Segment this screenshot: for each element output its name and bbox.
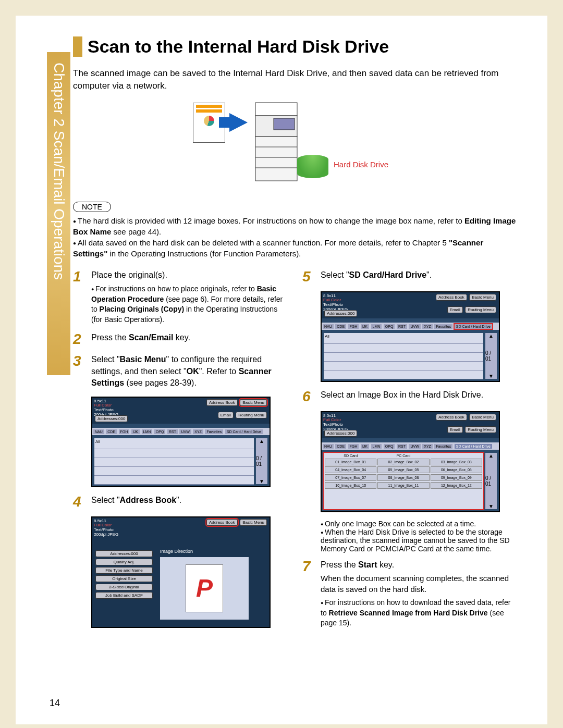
note-bullet: When the Hard Disk Drive is selected to … — [321, 528, 516, 553]
tab[interactable]: UVW — [179, 429, 191, 434]
routing-menu-button[interactable]: Routing Menu — [465, 306, 496, 313]
basic-menu-button[interactable]: Basic Menu — [469, 414, 496, 421]
step-5: 5 Select "SD Card/Hard Drive". — [302, 269, 516, 284]
menu-item[interactable]: Addresses:000 — [95, 550, 153, 557]
hard-disk-label: Hard Disk Drive — [334, 160, 388, 169]
screenshot-sd-tab: 8.5x11 Full Color Text/Photo 200dpi JPEG… — [321, 291, 500, 382]
note-list: The hard disk is provided with 12 image … — [73, 215, 516, 259]
right-column: 5 Select "SD Card/Hard Drive". 8.5x11 Fu… — [302, 269, 516, 636]
addresses-count: Addresses:000 — [324, 310, 357, 317]
image-box[interactable]: 09_Image_Box_09 — [431, 474, 482, 481]
sd-hard-drive-tab[interactable]: SD Card / Hard Drive — [455, 324, 492, 329]
address-book-button[interactable]: Address Book — [206, 519, 238, 526]
tab[interactable]: CDE — [106, 429, 117, 434]
list-area: All — [324, 333, 483, 379]
email-button[interactable]: Email — [447, 306, 463, 313]
screenshot-address-book: 8.5x11 Full Color Text/Photo 200dpi JPEG… — [91, 516, 271, 628]
tab[interactable]: LMN — [142, 429, 153, 434]
scroll-up-icon[interactable]: ▲ — [488, 453, 494, 459]
menu-item[interactable]: Quality Adj. — [95, 559, 153, 565]
menu-item[interactable]: Original Size — [95, 575, 153, 582]
scrollbar[interactable]: ▲ 0 / 01 ▼ — [485, 453, 497, 509]
page-title: Scan to the Internal Hard Disk Drive — [73, 36, 516, 57]
step-2: 2 Press the Scan/Email key. — [73, 332, 287, 347]
routing-menu-button[interactable]: Routing Menu — [465, 426, 496, 433]
sd-hard-drive-tab[interactable]: SD Card / Hard Drive — [225, 429, 263, 434]
arrow-icon — [229, 113, 248, 132]
image-box[interactable]: 07_Image_Box_07 — [325, 474, 376, 481]
step-num: 2 — [73, 332, 91, 347]
chapter-tab: Chapter 2 Scan/Email Operations — [47, 52, 70, 375]
svg-rect-2 — [274, 118, 295, 130]
hard-disk-icon — [297, 155, 328, 178]
basic-menu-button[interactable]: Basic Menu — [240, 519, 267, 526]
step-7: 7 Press the Start key. When the document… — [302, 559, 516, 628]
step-3: 3 Select "Basic Menu" to configure the r… — [73, 354, 287, 389]
alpha-tabs: NAU CDE FGH IJK LMN OPQ RST UVW XYZ Favo… — [322, 323, 499, 330]
note-badge: NOTE — [73, 202, 111, 212]
tab[interactable]: OPQ — [154, 429, 166, 434]
mfp-device-icon — [250, 97, 302, 186]
preview-letter: P — [186, 564, 223, 612]
address-book-button[interactable]: Address Book — [436, 294, 467, 301]
step-4: 4 Select "Address Book". — [73, 495, 287, 509]
tab[interactable]: RST — [167, 429, 178, 434]
address-book-button[interactable]: Address Book — [206, 399, 238, 406]
image-box[interactable]: 12_Image_Box_12 — [431, 482, 482, 489]
addresses-count: Addresses:000 — [324, 430, 357, 437]
email-button[interactable]: Email — [218, 412, 234, 418]
tab[interactable]: NAU — [93, 429, 104, 434]
step-1: 1 Place the original(s). For instruction… — [73, 269, 287, 325]
image-box[interactable]: 03_Image_Box_03 — [431, 459, 482, 465]
tab[interactable]: IJK — [131, 429, 140, 434]
scroll-down-icon[interactable]: ▼ — [259, 478, 264, 484]
step-num: 4 — [73, 495, 91, 509]
alpha-tabs: NAU CDE FGH IJK LMN OPQ RST UVW XYZ Favo… — [92, 428, 270, 435]
address-book-button[interactable]: Address Book — [436, 414, 467, 421]
alpha-tabs: NAU CDE FGH IJK LMN OPQ RST UVW XYZ Favo… — [322, 442, 499, 450]
step-num: 1 — [73, 269, 91, 325]
scroll-down-icon[interactable]: ▼ — [488, 373, 494, 379]
image-box[interactable]: 04_Image_Box_04 — [325, 466, 376, 473]
scrollbar[interactable]: ▲ 0 / 01 ▼ — [485, 333, 497, 379]
tab[interactable]: XYZ — [193, 429, 203, 434]
image-box[interactable]: 05_Image_Box_05 — [377, 466, 429, 473]
image-box[interactable]: 11_Image_Box_11 — [377, 482, 429, 489]
page-number: 14 — [50, 698, 60, 709]
settings-menu: Addresses:000 Quality Adj. File Type and… — [95, 549, 153, 600]
basic-menu-button[interactable]: Basic Menu — [469, 294, 496, 301]
step-num: 3 — [73, 354, 91, 389]
image-box[interactable]: 06_Image_Box_06 — [431, 466, 482, 473]
list-area: All — [94, 438, 254, 484]
image-box[interactable]: 10_Image_Box_10 — [325, 482, 376, 489]
left-column: 1 Place the original(s). For instruction… — [73, 269, 287, 636]
email-button[interactable]: Email — [447, 426, 463, 433]
svg-rect-3 — [255, 137, 297, 181]
screenshot-image-boxes: 8.5x11 Full Color Text/Photo 200dpi JPEG… — [321, 411, 500, 512]
step-num: 5 — [302, 269, 321, 284]
scroll-up-icon[interactable]: ▲ — [488, 333, 494, 339]
step-num: 6 — [302, 389, 321, 404]
step-num: 7 — [302, 559, 321, 628]
routing-menu-button[interactable]: Routing Menu — [236, 412, 267, 418]
image-box[interactable]: 02_Image_Box_02 — [377, 459, 429, 465]
menu-item[interactable]: 2-Sided Original — [95, 584, 153, 590]
note-item: The hard disk is provided with 12 image … — [73, 215, 516, 237]
sd-hard-drive-tab[interactable]: SD Card / Hard Drive — [455, 444, 492, 449]
menu-item[interactable]: File Type and Name — [95, 567, 153, 574]
tab[interactable]: FGH — [119, 429, 130, 434]
menu-item[interactable]: Job Build and SADF — [95, 592, 153, 599]
scroll-up-icon[interactable]: ▲ — [259, 438, 264, 444]
scrollbar[interactable]: ▲ 0 / 01 ▼ — [256, 438, 267, 484]
image-box[interactable]: 01_Image_Box_01 — [325, 459, 376, 465]
svg-rect-0 — [255, 103, 297, 116]
note-bullet: Only one Image Box can be selected at a … — [321, 520, 516, 528]
tab[interactable]: Favorites — [205, 429, 223, 434]
screenshot-basic-menu: 8.5x11 Full Color Text/Photo 200dpi JPEG… — [91, 397, 271, 487]
intro-text: The scanned image can be saved to the In… — [73, 67, 516, 92]
scroll-down-icon[interactable]: ▼ — [488, 503, 494, 509]
image-box[interactable]: 08_Image_Box_08 — [377, 474, 429, 481]
chapter-tab-text: Chapter 2 Scan/Email Operations — [51, 63, 67, 280]
step-6: 6 Select an Image Box in the Hard Disk D… — [302, 389, 516, 404]
basic-menu-button[interactable]: Basic Menu — [240, 399, 267, 406]
